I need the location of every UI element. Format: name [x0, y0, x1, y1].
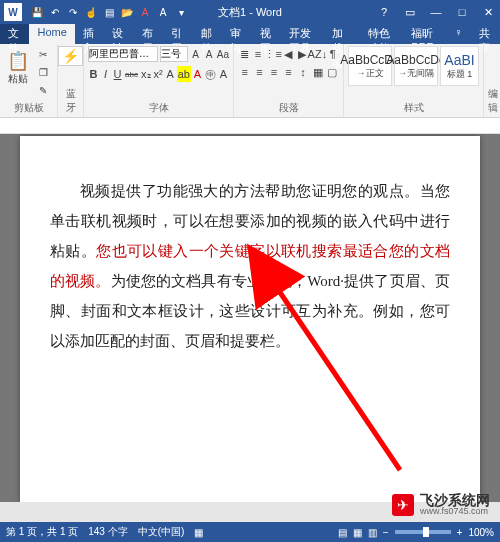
align-center-button[interactable]: ≡ [253, 64, 267, 80]
minimize-button[interactable]: — [424, 2, 448, 22]
superscript-button[interactable]: x² [153, 66, 164, 82]
decrease-indent-button[interactable]: ◀ [282, 46, 295, 62]
tab-view[interactable]: 视图 [252, 24, 281, 44]
undo-icon[interactable]: ↶ [48, 5, 62, 19]
font-color-qat-icon[interactable]: A [138, 5, 152, 19]
status-bar: 第 1 页，共 1 页 143 个字 中文(中国) ▦ ▤ ▦ ▥ − + 10… [0, 522, 500, 542]
document-area: 视频提供了功能强大的方法帮助您证明您的观点。当您单击联机视频时，可以在想要添加的… [0, 134, 500, 502]
numbering-button[interactable]: ≡ [252, 46, 265, 62]
style-label: →无间隔 [398, 67, 434, 80]
zoom-out-button[interactable]: − [383, 527, 389, 538]
new-doc-icon[interactable]: ▤ [102, 5, 116, 19]
open-icon[interactable]: 📂 [120, 5, 134, 19]
page-indicator[interactable]: 第 1 页，共 1 页 [6, 525, 78, 539]
tab-foxit-pdf[interactable]: 福昕PDF [403, 24, 446, 44]
word-app-icon: W [4, 3, 22, 21]
tell-me-icon[interactable]: ♀ [446, 24, 470, 44]
multilevel-button[interactable]: ⋮≡ [265, 46, 281, 62]
tab-features[interactable]: 特色功能 [360, 24, 403, 44]
font-size-input[interactable] [160, 46, 188, 62]
window-controls: ? ▭ — □ ✕ [372, 2, 500, 22]
style-no-spacing[interactable]: AaBbCcDd →无间隔 [394, 46, 438, 86]
bullets-button[interactable]: ≣ [238, 46, 251, 62]
read-mode-button[interactable]: ▤ [338, 527, 347, 538]
bt-group-label: 蓝牙 [62, 87, 79, 115]
justify-button[interactable]: ≡ [282, 64, 296, 80]
group-font: A A Aa B I U abc x₂ x² A ab A ㊥ A 字体 [84, 44, 234, 117]
italic-button[interactable]: I [100, 66, 111, 82]
font-name-input[interactable] [88, 46, 158, 62]
editing-group-label: 编辑 [488, 87, 498, 115]
title-bar: W 💾 ↶ ↷ ☝ ▤ 📂 A A ▾ 文档1 - Word ? ▭ — □ ✕ [0, 0, 500, 24]
show-marks-button[interactable]: ¶ [326, 46, 339, 62]
line-spacing-button[interactable]: ↕ [296, 64, 310, 80]
maximize-button[interactable]: □ [450, 2, 474, 22]
watermark: ✈ 飞沙系统网 www.fs0745.com [392, 493, 490, 516]
insert-mode-icon[interactable]: ▦ [194, 527, 203, 538]
bold-button[interactable]: B [88, 66, 99, 82]
shrink-font-button[interactable]: A [203, 46, 214, 62]
qat-more-icon[interactable]: ▾ [174, 5, 188, 19]
document-page[interactable]: 视频提供了功能强大的方法帮助您证明您的观点。当您单击联机视频时，可以在想要添加的… [20, 136, 480, 502]
tab-insert[interactable]: 插入 [75, 24, 104, 44]
close-button[interactable]: ✕ [476, 2, 500, 22]
tab-developer[interactable]: 开发工具 [281, 24, 324, 44]
tab-design[interactable]: 设计 [104, 24, 133, 44]
grow-font-button[interactable]: A [190, 46, 201, 62]
zoom-in-button[interactable]: + [457, 527, 463, 538]
borders-button[interactable]: ▢ [325, 64, 339, 80]
tab-file[interactable]: 文件 [0, 24, 29, 44]
word-count[interactable]: 143 个字 [88, 525, 127, 539]
underline-button[interactable]: U [112, 66, 123, 82]
styles-group-label: 样式 [348, 101, 479, 115]
align-left-button[interactable]: ≡ [238, 64, 252, 80]
format-painter-button[interactable]: ✎ [33, 82, 53, 98]
print-layout-button[interactable]: ▦ [353, 527, 362, 538]
increase-indent-button[interactable]: ▶ [296, 46, 309, 62]
align-right-button[interactable]: ≡ [267, 64, 281, 80]
cut-button[interactable]: ✂ [33, 46, 53, 62]
redo-icon[interactable]: ↷ [66, 5, 80, 19]
subscript-button[interactable]: x₂ [140, 66, 152, 82]
bluetooth-icon[interactable]: ⚡ [58, 46, 83, 66]
zoom-level[interactable]: 100% [468, 527, 494, 538]
watermark-brand: 飞沙系统网 [420, 493, 490, 507]
font-qat-icon[interactable]: A [156, 5, 170, 19]
phonetic-button[interactable]: ㊥ [204, 66, 217, 82]
tab-mailings[interactable]: 邮件 [193, 24, 222, 44]
text-effects-button[interactable]: A [165, 66, 176, 82]
tab-review[interactable]: 审阅 [222, 24, 251, 44]
share-button[interactable]: 共享 [471, 24, 500, 44]
tab-addins[interactable]: 加载项 [324, 24, 360, 44]
tab-layout[interactable]: 布局 [134, 24, 163, 44]
save-icon[interactable]: 💾 [30, 5, 44, 19]
help-icon[interactable]: ? [372, 2, 396, 22]
paste-icon: 📋 [7, 50, 29, 72]
font-group-label: 字体 [88, 101, 229, 115]
paste-button[interactable]: 📋 粘贴 [4, 46, 31, 90]
web-layout-button[interactable]: ▥ [368, 527, 377, 538]
style-label: →正文 [357, 67, 384, 80]
ribbon: 📋 粘贴 ✂ ❐ ✎ 剪贴板 ⚡ 蓝牙 A A Aa [0, 44, 500, 118]
highlight-button[interactable]: ab [177, 66, 191, 82]
char-border-button[interactable]: A [218, 66, 229, 82]
language-indicator[interactable]: 中文(中国) [138, 525, 185, 539]
document-paragraph[interactable]: 视频提供了功能强大的方法帮助您证明您的观点。当您单击联机视频时，可以在想要添加的… [50, 176, 450, 356]
group-paragraph: ≣ ≡ ⋮≡ ◀ ▶ AZ↓ ¶ ≡ ≡ ≡ ≡ ↕ ▦ ▢ 段落 [234, 44, 344, 117]
copy-button[interactable]: ❐ [33, 64, 53, 80]
zoom-thumb[interactable] [423, 527, 429, 537]
sort-button[interactable]: AZ↓ [309, 46, 325, 62]
tab-references[interactable]: 引用 [163, 24, 192, 44]
zoom-slider[interactable] [395, 530, 451, 534]
strikethrough-button[interactable]: abc [124, 66, 139, 82]
ribbon-toggle-icon[interactable]: ▭ [398, 2, 422, 22]
style-heading1[interactable]: AaBI 标题 1 [440, 46, 479, 86]
font-color-button[interactable]: A [192, 66, 203, 82]
shading-button[interactable]: ▦ [311, 64, 325, 80]
tab-home[interactable]: Home [29, 24, 74, 44]
horizontal-ruler[interactable] [0, 118, 500, 134]
touch-mode-icon[interactable]: ☝ [84, 5, 98, 19]
change-case-button[interactable]: Aa [217, 46, 229, 62]
style-label: 标题 1 [447, 68, 473, 81]
ribbon-tabs: 文件 Home 插入 设计 布局 引用 邮件 审阅 视图 开发工具 加载项 特色… [0, 24, 500, 44]
